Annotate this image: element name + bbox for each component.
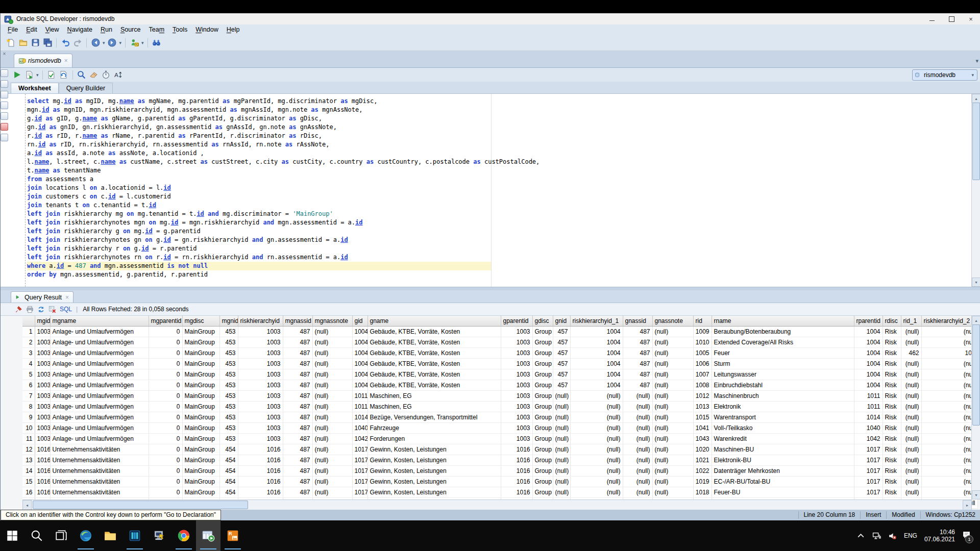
taskbar-sql-developer-button[interactable] — [196, 520, 220, 551]
grid-cell[interactable]: (null — [921, 402, 977, 412]
grid-cell[interactable]: 1017 — [854, 455, 883, 466]
menu-view[interactable]: View — [41, 25, 63, 34]
grid-cell[interactable]: Group — [532, 423, 553, 434]
menu-window[interactable]: Window — [191, 25, 222, 34]
docked-panel-icon[interactable] — [1, 69, 8, 77]
grid-cell[interactable]: (null) — [553, 466, 570, 477]
taskbar-search-button[interactable] — [24, 520, 49, 551]
grid-cell[interactable]: MainGroup — [182, 327, 219, 337]
docked-panel-icon[interactable] — [1, 102, 8, 109]
grid-cell[interactable]: 1017 — [352, 477, 368, 487]
grid-cell[interactable]: MainGroup — [182, 423, 219, 434]
taskbar-chrome-button[interactable] — [172, 520, 196, 551]
grid-cell[interactable]: Group — [532, 348, 553, 359]
grid-cell[interactable]: 487 — [283, 487, 312, 498]
grid-cell[interactable]: 1003 — [35, 348, 50, 359]
grid-cell[interactable]: (null) — [652, 402, 693, 412]
grid-cell[interactable]: Gebäude, KTBE, Vorräte, Kosten — [368, 380, 501, 391]
column-header-gnassnote[interactable]: gnassnote — [652, 316, 693, 327]
grid-cell[interactable]: 1007 — [693, 369, 712, 380]
menu-help[interactable]: Help — [223, 25, 244, 34]
grid-cell[interactable]: (null) — [652, 434, 693, 444]
redo-icon[interactable] — [71, 37, 84, 48]
grid-cell[interactable]: 1003 — [238, 337, 283, 348]
column-header-riskhierarchyid[interactable]: riskhierarchyid — [238, 316, 283, 327]
grid-cell[interactable]: 1005 — [693, 348, 712, 359]
column-header-rname[interactable]: rname — [712, 316, 854, 327]
grid-cell[interactable]: 457 — [553, 359, 570, 369]
grid-cell[interactable]: Group — [532, 337, 553, 348]
scroll-up-icon[interactable]: ▴ — [972, 316, 980, 325]
grid-cell[interactable]: Maschinen, EG — [368, 391, 501, 402]
commit-icon[interactable] — [45, 69, 58, 81]
grid-cell[interactable]: Risk — [883, 348, 901, 359]
grid-cell[interactable]: (null) — [553, 444, 570, 455]
taskbar-start-button[interactable] — [0, 520, 24, 551]
grid-cell[interactable]: Gewinn, Kosten, Leistungen — [368, 477, 501, 487]
grid-cell[interactable]: Gebäude, KTBE, Vorräte, Kosten — [368, 337, 501, 348]
grid-cell[interactable]: 1004 — [570, 348, 623, 359]
row-number-cell[interactable]: 6 — [22, 380, 35, 391]
grid-cell[interactable]: 1017 — [352, 466, 368, 477]
grid-cell[interactable]: Elektronik — [712, 402, 854, 412]
editor-scroll-thumb[interactable] — [972, 103, 980, 180]
grid-cell[interactable]: 487 — [283, 466, 312, 477]
grid-cell[interactable]: MainGroup — [182, 455, 219, 466]
clock[interactable]: 10:46 07.06.2021 — [924, 529, 955, 543]
grid-cell[interactable]: 453 — [219, 434, 238, 444]
grid-cell[interactable]: (null) — [901, 455, 921, 466]
grid-cell[interactable]: (null) — [901, 412, 921, 423]
grid-cell[interactable]: 1003 — [35, 380, 50, 391]
docked-panel-icon[interactable] — [1, 91, 8, 98]
grid-cell[interactable]: Beraubung/Botenberaubung — [712, 327, 854, 337]
grid-cell[interactable]: 487 — [283, 402, 312, 412]
grid-cell[interactable]: 487 — [283, 423, 312, 434]
grid-cell[interactable]: Gewinn, Kosten, Leistungen — [368, 455, 501, 466]
grid-cell[interactable]: (null) — [570, 402, 623, 412]
chevron-down-icon[interactable]: ▾ — [35, 72, 40, 78]
grid-cell[interactable]: 1003 — [501, 348, 532, 359]
grid-cell[interactable]: 1004 — [854, 327, 883, 337]
grid-cell[interactable]: 1004 — [854, 348, 883, 359]
row-number-cell[interactable]: 9 — [22, 412, 35, 423]
grid-cell[interactable]: Warenkredit — [712, 434, 854, 444]
grid-cell[interactable]: 457 — [553, 380, 570, 391]
grid-cell[interactable]: 1003 — [501, 380, 532, 391]
grid-cell[interactable]: Risk — [883, 444, 901, 455]
grid-cell[interactable]: Unternehmensaktivitäten — [50, 444, 149, 455]
grid-cell[interactable]: 1004 — [570, 369, 623, 380]
close-icon[interactable]: × — [3, 51, 6, 57]
docked-panel-icon[interactable] — [1, 123, 8, 131]
grid-cell[interactable]: (null) — [652, 348, 693, 359]
grid-cell[interactable]: (null) — [901, 477, 921, 487]
grid-cell[interactable]: Risk — [883, 434, 901, 444]
grid-cell[interactable]: 1003 — [35, 369, 50, 380]
grid-cell[interactable]: 1016 — [35, 487, 50, 498]
grid-cell[interactable]: 1004 — [570, 359, 623, 369]
row-number-cell[interactable]: 10 — [22, 423, 35, 434]
language-indicator[interactable]: ENG — [904, 532, 917, 539]
grid-cell[interactable]: (null) — [623, 487, 652, 498]
grid-cell[interactable]: Group — [532, 380, 553, 391]
case-toggle-icon[interactable]: A — [112, 69, 125, 81]
grid-cell[interactable]: 1003 — [238, 434, 283, 444]
grid-cell[interactable]: 1011 — [854, 402, 883, 412]
grid-cell[interactable]: 1003 — [238, 380, 283, 391]
tab-rismodevdb[interactable]: SQL rismodevdb × — [14, 54, 72, 67]
grid-cell[interactable]: EC-/AR-BU/Total-BU — [712, 477, 854, 487]
menu-tools[interactable]: Tools — [168, 25, 191, 34]
grid-cell[interactable]: Gebäude, KTBE, Vorräte, Kosten — [368, 348, 501, 359]
grid-cell[interactable]: 0 — [149, 402, 182, 412]
grid-cell[interactable]: Risk — [883, 487, 901, 498]
grid-cell[interactable]: Anlage- und Umlaufvermögen — [50, 359, 149, 369]
grid-cell[interactable]: (null) — [312, 359, 352, 369]
editor-scrollbar[interactable]: ▴ ▾ — [971, 94, 980, 287]
grid-cell[interactable]: 1004 — [352, 380, 368, 391]
pin-icon[interactable] — [13, 304, 24, 314]
row-number-cell[interactable]: 12 — [22, 444, 35, 455]
row-number-cell[interactable]: 15 — [22, 477, 35, 487]
grid-cell[interactable]: (null) — [652, 487, 693, 498]
column-header-mgid[interactable]: mgid — [35, 316, 50, 327]
grid-cell[interactable]: Forderungen — [368, 434, 501, 444]
grid-cell[interactable]: Anlage- und Umlaufvermögen — [50, 369, 149, 380]
